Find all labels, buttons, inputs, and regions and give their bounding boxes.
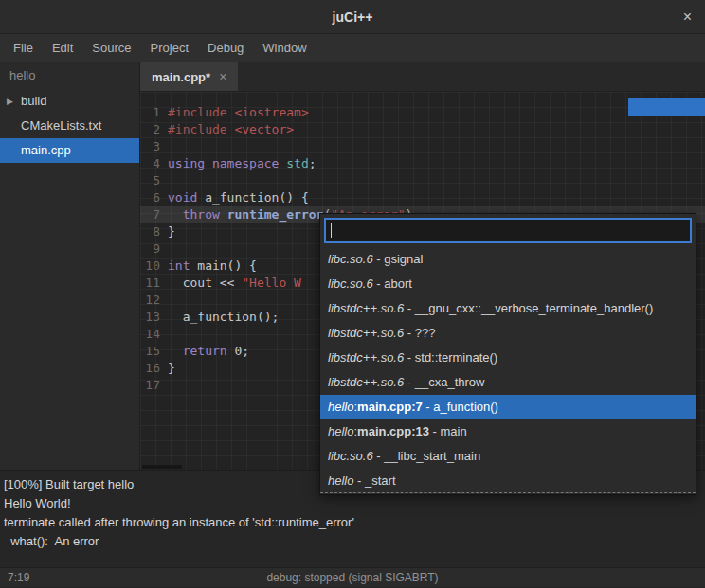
line-number[interactable]: 11	[140, 275, 160, 292]
code-token: <iostream>	[234, 105, 308, 119]
cursor-position: 7:19	[8, 568, 29, 587]
code-line[interactable]: 1#include <iostream>	[140, 104, 705, 121]
line-number[interactable]: 3	[140, 138, 160, 155]
line-number[interactable]: 13	[140, 309, 160, 326]
file-tree: ▶buildCMakeLists.txtmain.cpp	[0, 89, 139, 163]
scrollbar-indicator[interactable]	[628, 98, 705, 116]
line-number[interactable]: 10	[140, 258, 160, 275]
project-name: hello	[0, 62, 139, 89]
menu-item-file[interactable]: File	[4, 34, 43, 62]
horizontal-scrollbar[interactable]	[142, 465, 182, 469]
line-number[interactable]: 12	[140, 292, 160, 309]
code-token: "Hello W	[242, 276, 301, 290]
code-text: #include <vector>	[168, 121, 294, 138]
tab-main-cpp[interactable]: main.cpp* ×	[140, 62, 238, 91]
debug-status: debug: stopped (signal SIGABRT)	[0, 568, 705, 587]
line-number[interactable]: 9	[140, 241, 160, 258]
stack-item-text: hello	[328, 424, 353, 438]
menu-item-project[interactable]: Project	[141, 34, 198, 62]
stack-item-text: libstdc++.so.6	[328, 350, 404, 365]
code-text: int main() {	[168, 258, 257, 275]
code-line[interactable]: 6void a_function() {	[140, 189, 705, 206]
code-line[interactable]: 5	[140, 172, 705, 189]
stack-item-text: libstdc++.so.6	[328, 301, 404, 315]
code-text: }	[168, 360, 175, 377]
stack-search-input[interactable]	[324, 218, 692, 243]
stack-item-text: - __libc_start_main	[373, 449, 480, 463]
stack-item-text: libc.so.6	[328, 252, 373, 266]
stack-item-text: - abort	[373, 276, 412, 291]
expander-icon[interactable]: ▶	[7, 89, 13, 114]
line-number[interactable]: 5	[140, 172, 160, 189]
code-token: a_function();	[168, 310, 279, 324]
code-text: a_function();	[168, 309, 279, 326]
tab-close-icon[interactable]: ×	[219, 69, 226, 84]
stack-item[interactable]: hello:main.cpp:13 - main	[320, 419, 696, 444]
stack-item[interactable]: hello:main.cpp:7 - a_function()	[320, 395, 696, 419]
code-text: }	[168, 223, 175, 241]
code-token: return	[183, 344, 227, 358]
stack-item-text: - __cxa_throw	[404, 375, 484, 389]
code-text: cout << "Hello W	[168, 275, 301, 292]
line-number[interactable]: 1	[140, 104, 160, 121]
menu-item-edit[interactable]: Edit	[43, 34, 82, 62]
code-token	[168, 207, 183, 222]
line-number[interactable]: 4	[140, 155, 160, 172]
code-token: throw	[183, 207, 220, 222]
menu-item-source[interactable]: Source	[82, 34, 140, 62]
code-token: #include	[168, 105, 234, 119]
stack-item[interactable]: libc.so.6 - __libc_start_main	[320, 444, 696, 469]
code-token: runtime_error	[227, 207, 324, 222]
stack-item[interactable]: libc.so.6 - gsignal	[320, 247, 696, 272]
app-window: juCi++ × FileEditSourceProjectDebugWindo…	[0, 0, 705, 588]
line-number[interactable]: 14	[140, 326, 160, 343]
line-number[interactable]: 6	[140, 189, 160, 206]
stack-item-text: libstdc++.so.6	[328, 326, 404, 340]
line-number[interactable]: 17	[140, 377, 160, 394]
stack-item[interactable]: hello - _start	[320, 469, 696, 493]
code-token: using namespace	[168, 156, 279, 170]
code-line[interactable]: 3	[140, 138, 705, 155]
menu-bar: FileEditSourceProjectDebugWindow	[0, 34, 705, 62]
menu-item-window[interactable]: Window	[253, 34, 316, 62]
sidebar-item-main-cpp[interactable]: main.cpp	[0, 138, 139, 163]
stack-item-text: hello	[328, 473, 353, 488]
code-token: cout <<	[168, 276, 242, 290]
output-line: what(): An error	[4, 532, 701, 551]
line-number[interactable]: 2	[140, 121, 160, 138]
output-line: Hello World!	[4, 494, 701, 513]
stack-item-text: - __gnu_cxx::__verbose_terminate_handler…	[404, 301, 653, 315]
stack-item-text: - std::terminate()	[404, 350, 497, 365]
tab-label: main.cpp*	[152, 70, 210, 84]
window-title: juCi++	[333, 9, 373, 25]
stack-item-text: libc.so.6	[328, 276, 373, 291]
code-token: main() {	[190, 258, 256, 273]
stack-item[interactable]: libstdc++.so.6 - __cxa_throw	[320, 370, 696, 395]
output-line: terminate called after throwing an insta…	[4, 513, 701, 532]
sidebar-item-build[interactable]: ▶build	[0, 89, 139, 114]
window-close-icon[interactable]: ×	[683, 0, 692, 33]
line-number[interactable]: 16	[140, 360, 160, 377]
code-text: void a_function() {	[168, 189, 309, 206]
line-number[interactable]: 7	[140, 206, 160, 223]
code-line[interactable]: 4using namespace std;	[140, 155, 705, 172]
stack-trace-popup: libc.so.6 - gsignallibc.so.6 - abortlibs…	[319, 213, 696, 495]
code-text: using namespace std;	[168, 155, 316, 172]
stack-item[interactable]: libstdc++.so.6 - std::terminate()	[320, 346, 696, 370]
code-token: ;	[309, 156, 316, 170]
menu-item-debug[interactable]: Debug	[198, 34, 253, 62]
stack-item[interactable]: libc.so.6 - abort	[320, 272, 696, 296]
code-token: std	[286, 156, 308, 170]
stack-item[interactable]: libstdc++.so.6 - ???	[320, 321, 696, 346]
sidebar-item-cmakelists-txt[interactable]: CMakeLists.txt	[0, 114, 139, 138]
sidebar: hello ▶buildCMakeLists.txtmain.cpp	[0, 62, 140, 470]
stack-list: libc.so.6 - gsignallibc.so.6 - abortlibs…	[320, 247, 696, 494]
line-number[interactable]: 15	[140, 343, 160, 360]
line-number[interactable]: 8	[140, 223, 160, 241]
stack-item[interactable]: libstdc++.so.6 - __gnu_cxx::__verbose_te…	[320, 296, 696, 321]
code-text: return 0;	[168, 343, 249, 360]
code-line[interactable]: 2#include <vector>	[140, 121, 705, 138]
stack-item-text: - gsignal	[373, 252, 424, 266]
status-bar: 7:19 debug: stopped (signal SIGABRT)	[0, 567, 705, 587]
stack-item-text: main.cpp:13	[357, 424, 429, 438]
